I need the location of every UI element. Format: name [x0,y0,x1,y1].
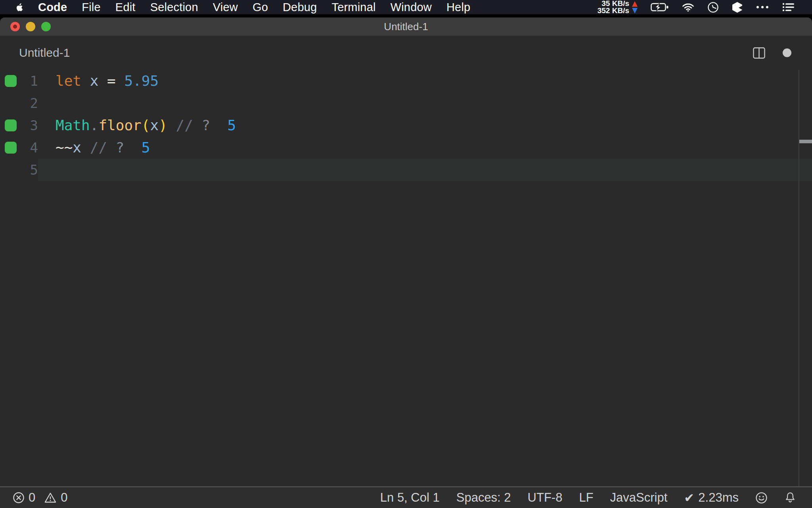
code-token: let [56,73,81,89]
code-token: ) [159,117,167,133]
menubar-item-window[interactable]: Window [391,1,432,14]
upload-arrow-icon [632,1,638,7]
tab-untitled-1[interactable]: Untitled-1 [19,46,70,60]
code-token: ? [202,117,211,133]
wifi-icon[interactable] [682,2,694,12]
ellipsis-icon[interactable] [756,5,769,9]
encoding-indicator[interactable]: UTF-8 [528,491,563,505]
menubar-item-edit[interactable]: Edit [115,1,136,14]
minimize-button[interactable] [26,22,35,31]
menubar-menus: Code File Edit Selection View Go Debug T… [14,1,470,14]
overview-ruler-scrollbar[interactable] [799,70,812,486]
statusbar-right: Ln 5, Col 1 Spaces: 2 UTF-8 LF JavaScrip… [380,491,796,505]
code-token: 5 [124,139,150,156]
quokka-time-indicator[interactable]: ✔ 2.23ms [684,491,739,505]
indentation-indicator[interactable]: Spaces: 2 [456,491,511,505]
line-number[interactable]: 4 [19,137,38,159]
code-token: ? [116,139,124,156]
warning-count: 0 [61,491,67,505]
code-token: ( [142,117,150,133]
menubar-item-debug[interactable]: Debug [283,1,317,14]
code-token: // [167,117,202,133]
menubar-item-file[interactable]: File [82,1,101,14]
overview-ruler-marker [799,140,812,143]
network-speed-indicator[interactable]: 35 KB/s 352 KB/s [598,0,638,14]
quokka-coverage-marker [0,137,19,159]
language-indicator[interactable]: JavaScript [610,491,668,505]
code-token: 5.95 [124,73,159,89]
zoom-button[interactable] [41,22,51,31]
smiley-feedback-icon[interactable] [755,492,768,504]
quokka-coverage-marker [0,114,19,137]
code-token: x [150,117,159,133]
code-editor[interactable]: 1let x = 5.9523Math.floor(x) // ? 54~~x … [0,70,812,486]
menubar-item-go[interactable]: Go [253,1,268,14]
code-line-content[interactable]: Math.floor(x) // ? 5 [38,114,812,137]
editor-header: Untitled-1 [0,36,812,70]
code-line-content[interactable]: ~~x // ? 5 [38,137,812,159]
code-line[interactable]: 1let x = 5.95 [0,70,812,92]
gutter-spacer [0,159,19,181]
split-editor-icon[interactable] [753,47,765,59]
code-token: // [81,139,116,156]
window-titlebar: Untitled-1 [0,17,812,36]
check-icon: ✔ [684,491,694,505]
code-token: ~~ [56,139,73,156]
quokka-coverage-marker [0,70,19,92]
gutter-spacer [0,92,19,114]
editor-header-actions [753,36,791,70]
line-number[interactable]: 1 [19,70,38,92]
clock-icon[interactable] [707,2,719,13]
code-line[interactable]: 4~~x // ? 5 [0,137,812,159]
menubar-item-terminal[interactable]: Terminal [331,1,375,14]
battery-charging-icon[interactable] [651,2,669,12]
code-token: 5 [210,117,236,133]
code-line[interactable]: 3Math.floor(x) // ? 5 [0,114,812,137]
code-line-content[interactable]: let x = 5.95 [38,70,812,92]
macos-menubar: Code File Edit Selection View Go Debug T… [0,0,812,14]
download-arrow-icon [632,8,638,13]
error-count: 0 [29,491,35,505]
menubar-item-selection[interactable]: Selection [150,1,198,14]
statusbar: 0 0 Ln 5, Col 1 Spaces: 2 UTF-8 LF JavaS… [0,486,812,508]
code-token: x [81,73,107,89]
line-number[interactable]: 2 [19,92,38,114]
eol-indicator[interactable]: LF [579,491,593,505]
quokka-time-value: 2.23ms [698,491,739,505]
apple-logo-icon[interactable] [14,2,23,13]
cube-app-icon[interactable] [732,2,743,13]
menubar-status-icons: 35 KB/s 352 KB/s [598,0,795,14]
unsaved-dirty-dot-icon[interactable] [783,48,791,57]
bell-notifications-icon[interactable] [784,491,796,504]
code-token: = [107,73,124,89]
code-token: Math [56,117,90,133]
error-circle-icon [13,492,25,504]
code-line-content[interactable] [38,159,812,181]
menubar-item-help[interactable]: Help [446,1,470,14]
code-line[interactable]: 5 [0,159,812,181]
code-token: x [73,139,81,156]
menubar-item-code[interactable]: Code [38,1,67,14]
warning-triangle-icon [44,492,57,504]
code-token: . [90,117,99,133]
line-number[interactable]: 3 [19,114,38,137]
problems-indicator[interactable]: 0 0 [13,491,68,505]
menubar-item-view[interactable]: View [213,1,238,14]
code-token: floor [98,117,141,133]
vscode-window: Untitled-1 Untitled-1 1let x = 5.9523Mat… [0,17,812,508]
close-button[interactable] [10,22,20,31]
network-down-speed: 352 KB/s [598,7,629,14]
code-line[interactable]: 2 [0,92,812,114]
line-col-indicator[interactable]: Ln 5, Col 1 [380,491,440,505]
line-number[interactable]: 5 [19,159,38,181]
window-title: Untitled-1 [384,21,428,33]
list-menu-icon[interactable] [782,2,795,12]
code-lines: 1let x = 5.9523Math.floor(x) // ? 54~~x … [0,70,812,181]
code-line-content[interactable] [38,92,812,114]
traffic-lights [10,17,51,36]
